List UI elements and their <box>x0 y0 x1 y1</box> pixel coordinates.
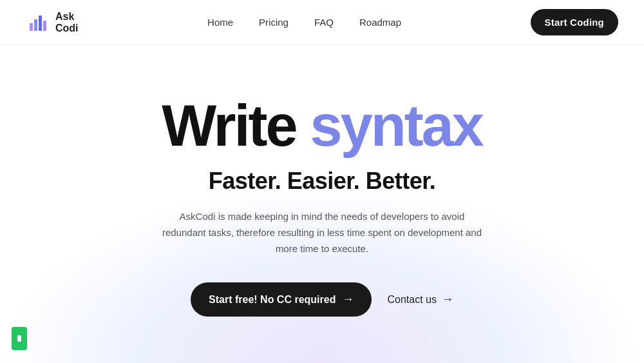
hero-title: Write syntax <box>162 97 482 155</box>
nav-item-pricing[interactable]: Pricing <box>259 17 289 28</box>
hero-section: Write syntax Faster. Easier. Better. Ask… <box>0 45 644 317</box>
nav-item-faq[interactable]: FAQ <box>314 17 334 28</box>
contact-us-button[interactable]: Contact us → <box>387 293 453 306</box>
indicator-widget <box>12 327 27 350</box>
nav-link-roadmap[interactable]: Roadmap <box>359 17 401 28</box>
logo-codi: Codi <box>55 23 79 34</box>
nav-link-faq[interactable]: FAQ <box>314 17 334 28</box>
svg-rect-2 <box>34 19 37 31</box>
logo[interactable]: Ask Codi <box>26 10 79 35</box>
hero-subtitle: Faster. Easier. Better. <box>209 168 436 195</box>
nav-item-roadmap[interactable]: Roadmap <box>359 17 401 28</box>
start-free-button[interactable]: Start free! No CC required → <box>191 282 372 317</box>
hero-title-syntax: syntax <box>310 93 482 158</box>
svg-rect-0 <box>26 10 50 35</box>
nav-links: Home Pricing FAQ Roadmap <box>207 17 401 28</box>
indicator-inner <box>17 335 21 342</box>
hero-buttons: Start free! No CC required → Contact us … <box>191 282 453 317</box>
contact-us-arrow: → <box>442 293 453 306</box>
logo-icon <box>26 10 50 35</box>
navbar: Ask Codi Home Pricing FAQ Roadmap Start … <box>0 0 644 45</box>
hero-description: AskCodi is made keeping in mind the need… <box>161 209 483 257</box>
svg-rect-1 <box>30 23 33 31</box>
start-free-label: Start free! No CC required <box>209 294 336 306</box>
nav-link-pricing[interactable]: Pricing <box>259 17 289 28</box>
svg-rect-3 <box>39 15 42 31</box>
hero-title-write: Write <box>162 93 310 158</box>
nav-item-home[interactable]: Home <box>207 17 233 28</box>
nav-link-home[interactable]: Home <box>207 17 233 28</box>
logo-ask: Ask <box>55 11 74 22</box>
start-coding-button[interactable]: Start Coding <box>531 9 618 35</box>
contact-us-label: Contact us <box>387 294 436 306</box>
start-free-arrow: → <box>342 293 354 306</box>
svg-rect-4 <box>43 21 46 31</box>
